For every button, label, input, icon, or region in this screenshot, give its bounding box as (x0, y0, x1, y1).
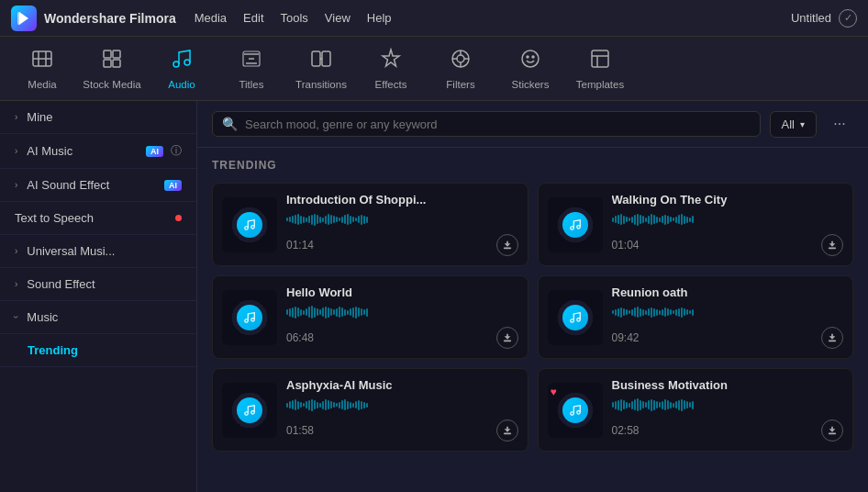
music-card[interactable]: Reunion oath09:42 (538, 275, 854, 359)
waveform-bar (673, 403, 674, 408)
music-card[interactable]: Hello World06:48 (212, 275, 529, 359)
waveform-bar (678, 308, 680, 317)
waveform-bar (358, 400, 360, 410)
music-card[interactable]: Asphyxia-AI Music01:58 (212, 368, 529, 452)
sidebar-item-trending[interactable]: Trending (0, 334, 196, 367)
menu-view[interactable]: View (325, 11, 351, 25)
menu-edit[interactable]: Edit (243, 11, 263, 25)
search-input[interactable] (245, 117, 751, 131)
music-title: Business Motivation (612, 378, 844, 392)
music-card[interactable]: Introduction Of Shoppi...01:14 (212, 183, 529, 266)
menu-help[interactable]: Help (367, 11, 392, 25)
waveform-bar (626, 217, 628, 222)
toolbar-templates[interactable]: Templates (567, 41, 633, 96)
vinyl-record (225, 386, 274, 435)
waveform-bar (352, 217, 354, 222)
toolbar-stock-media[interactable]: Stock Media (79, 41, 145, 96)
music-card[interactable]: Walking On The City01:04 (538, 183, 854, 266)
waveform-bar (295, 215, 296, 224)
app-logo: Wondershare Filmora (11, 6, 176, 31)
titles-icon (240, 48, 262, 75)
templates-label: Templates (576, 79, 624, 90)
music-info: Business Motivation02:58 (612, 378, 844, 442)
toolbar-titles[interactable]: Titles (218, 41, 284, 96)
audio-label: Audio (168, 79, 195, 90)
waveform-bar (645, 310, 647, 315)
waveform-bar (684, 308, 685, 316)
toolbar-media[interactable]: Media (9, 41, 75, 96)
toolbar-filters[interactable]: Filters (428, 41, 494, 96)
audio-icon (171, 48, 193, 75)
toolbar-audio[interactable]: Audio (149, 41, 215, 96)
waveform-bar (306, 218, 307, 222)
toolbar-transitions[interactable]: Transitions (288, 41, 354, 96)
music-duration: 06:48 (286, 331, 314, 344)
waveform-bar (670, 217, 672, 222)
music-title: Walking On The City (612, 193, 844, 207)
waveform-bar (336, 403, 338, 407)
waveform-bar (642, 309, 644, 316)
waveform-bar (336, 217, 338, 222)
music-duration: 01:14 (286, 239, 314, 252)
sidebar-item-sound-effect[interactable]: › Sound Effect (0, 268, 196, 301)
waveform-bar (297, 308, 299, 317)
download-button[interactable] (821, 327, 843, 349)
vinyl-record (225, 200, 274, 250)
waveform-bar (634, 215, 636, 225)
waveform-bar (319, 217, 321, 223)
vinyl-record (551, 293, 600, 342)
search-bar: 🔍 All ▾ ··· (197, 101, 868, 148)
mine-chevron: › (15, 112, 17, 122)
search-input-wrap[interactable]: 🔍 (212, 111, 761, 137)
waveform-bar (300, 402, 302, 408)
menu-tools[interactable]: Tools (281, 11, 308, 25)
waveform-bar (308, 307, 310, 318)
transitions-label: Transitions (295, 79, 347, 90)
waveform-bar (361, 308, 362, 316)
universal-music-chevron: › (15, 246, 17, 256)
sidebar-item-music[interactable]: › Music (0, 301, 196, 334)
toolbar-effects[interactable]: Effects (358, 41, 424, 96)
album-art (222, 383, 277, 438)
waveform-bar (653, 400, 655, 410)
sidebar-item-text-to-speech[interactable]: Text to Speech (0, 202, 196, 235)
text-to-speech-label: Text to Speech (15, 211, 168, 225)
download-button[interactable] (821, 419, 843, 442)
menu-file[interactable]: Media (195, 11, 227, 25)
waveform-bar (651, 308, 652, 318)
waveform-bar (623, 400, 625, 409)
download-button[interactable] (496, 419, 518, 442)
waveform-bar (308, 216, 310, 223)
toolbar-stickers[interactable]: Stickers (497, 41, 563, 96)
download-button[interactable] (496, 327, 518, 349)
toolbar: Media Stock Media Audio (0, 37, 868, 101)
waveform-bar (322, 308, 324, 317)
transitions-icon (310, 48, 332, 75)
sidebar-item-mine[interactable]: › Mine (0, 101, 196, 134)
waveform-bar (352, 403, 354, 408)
download-button[interactable] (821, 234, 843, 256)
waveform-bar (297, 401, 299, 409)
svg-rect-24 (503, 248, 510, 250)
sidebar-item-ai-sound-effect[interactable]: › AI Sound Effect AI (0, 169, 196, 202)
effects-label: Effects (375, 79, 407, 90)
waveform (612, 303, 844, 321)
svg-point-7 (173, 62, 179, 67)
download-button[interactable] (496, 234, 518, 256)
music-meta: 01:14 (286, 234, 518, 256)
waveform-bar (366, 308, 368, 317)
waveform-bar (629, 218, 630, 221)
svg-rect-1 (17, 12, 20, 25)
waveform-bar (339, 307, 340, 318)
waveform-bar (330, 401, 332, 408)
filter-button[interactable]: All ▾ (770, 111, 817, 138)
sidebar-item-ai-music[interactable]: › AI Music AI ⓘ (0, 134, 196, 169)
waveform-bar (350, 308, 351, 316)
music-card[interactable]: ♥Business Motivation02:58 (538, 368, 854, 452)
music-info: Hello World06:48 (286, 285, 518, 349)
waveform-bar (311, 399, 313, 411)
waveform-bar (352, 308, 354, 318)
waveform-bar (667, 400, 669, 409)
sidebar-item-universal-music[interactable]: › Universal Musi... (0, 235, 196, 268)
more-options-button[interactable]: ··· (826, 110, 853, 138)
